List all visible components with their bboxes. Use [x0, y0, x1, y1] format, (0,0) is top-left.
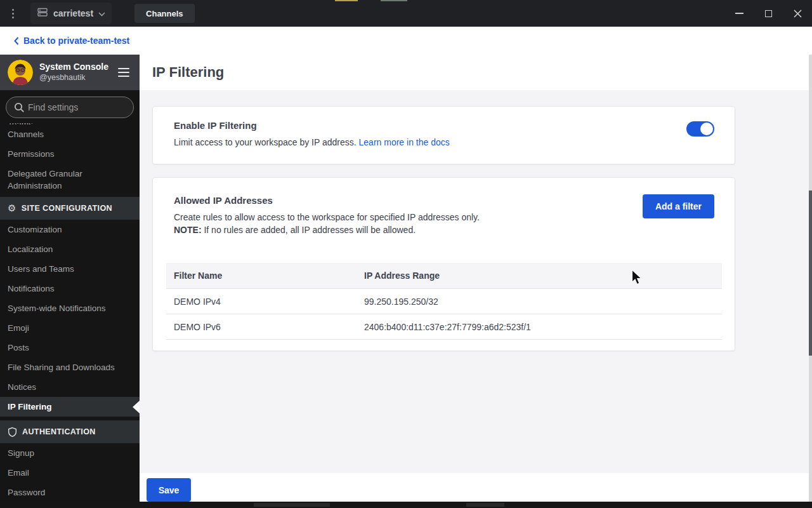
sidebar-item-localization[interactable]: Localization	[0, 239, 140, 259]
sidebar-item-customization[interactable]: Customization	[0, 220, 140, 239]
filters-table: Filter Name IP Address Range DEMO IPv4 9…	[166, 263, 722, 340]
close-button[interactable]	[783, 0, 812, 27]
filter-name-cell: DEMO IPv4	[166, 297, 364, 307]
sidebar-item-signup[interactable]: Signup	[0, 443, 140, 463]
system-console-sidebar: System Console @yesbhautik Teams Channel…	[0, 55, 140, 508]
active-item-arrow	[133, 401, 140, 413]
sidebar-item-system-wide-notifications[interactable]: System-wide Notifications	[0, 298, 140, 318]
avatar[interactable]	[8, 60, 33, 85]
shield-icon	[8, 427, 17, 438]
ip-range-cell: 2406:b400:d11:c37e:27f:7799:a6d2:523f/1	[364, 322, 722, 332]
allowed-card-title: Allowed IP Addresses	[174, 195, 627, 206]
sidebar-item-notices[interactable]: Notices	[0, 377, 140, 397]
save-footer: Save	[140, 473, 812, 502]
search-icon	[14, 102, 25, 116]
sidebar-item-channels[interactable]: Channels	[0, 124, 140, 144]
enable-card-text: Enable IP Filtering Limit access to your…	[174, 120, 450, 164]
table-bottom-border	[166, 339, 722, 340]
sidebar-item-delegated-granular-administration[interactable]: Delegated Granular Administration	[0, 164, 140, 196]
chevron-left-icon	[14, 37, 19, 45]
window-controls	[724, 0, 812, 27]
ip-range-cell: 99.250.195.250/32	[364, 297, 722, 307]
tab-channels[interactable]: Channels	[134, 4, 195, 23]
enable-ip-filtering-card: Enable IP Filtering Limit access to your…	[152, 106, 735, 164]
sidebar-item-password[interactable]: Password	[0, 483, 140, 502]
gear-icon: ⚙	[8, 203, 16, 214]
note-label: NOTE:	[174, 225, 202, 235]
sidebar-item-ip-filtering[interactable]: IP Filtering	[0, 397, 140, 417]
console-username: @yesbhautik	[39, 73, 108, 83]
hamburger-menu-icon[interactable]	[115, 65, 132, 80]
sidebar-item-emoji[interactable]: Emoji	[0, 318, 140, 338]
tab-label: Channels	[146, 9, 183, 18]
sidebar-section-site-configuration: ⚙ SITE CONFIGURATION	[0, 197, 140, 220]
enable-card-title: Enable IP Filtering	[174, 120, 450, 131]
search-input[interactable]	[28, 102, 123, 112]
col-header-ip-range: IP Address Range	[364, 271, 722, 281]
console-title: System Console	[39, 62, 108, 73]
back-link[interactable]: Back to private-team-test	[14, 36, 129, 46]
team-name: carrietest	[53, 8, 93, 18]
desktop-sliver	[381, 0, 407, 1]
app-window: carrietest Channels Back to private-team…	[0, 0, 812, 508]
back-link-label: Back to private-team-test	[23, 36, 129, 46]
minimize-icon	[735, 13, 743, 14]
add-filter-button[interactable]: Add a filter	[643, 194, 714, 218]
table-row[interactable]: DEMO IPv6 2406:b400:d11:c37e:27f:7799:a6…	[166, 314, 722, 339]
section-label: SITE CONFIGURATION	[22, 204, 112, 213]
sidebar-section-authentication: AUTHENTICATION	[0, 420, 140, 443]
sidebar-header: System Console @yesbhautik	[0, 55, 140, 90]
sidebar-item-notifications[interactable]: Notifications	[0, 279, 140, 298]
kebab-menu-icon[interactable]	[0, 9, 25, 18]
maximize-icon	[765, 10, 772, 17]
minimize-button[interactable]	[724, 0, 754, 27]
allowed-card-note: NOTE: If no rules are added, all IP addr…	[174, 224, 627, 236]
sidebar-identity: System Console @yesbhautik	[39, 62, 108, 83]
sidebar-item-users-and-teams[interactable]: Users and Teams	[0, 259, 140, 279]
close-icon	[794, 10, 802, 18]
desktop-sliver	[335, 0, 358, 1]
docs-link[interactable]: Learn more in the docs	[359, 137, 450, 147]
sidebar-nav: Teams Channels Permissions Delegated Gra…	[0, 116, 140, 502]
page-title: IP Filtering	[152, 64, 224, 81]
back-bar: Back to private-team-test	[0, 27, 812, 55]
table-row[interactable]: DEMO IPv4 99.250.195.250/32	[166, 288, 722, 314]
taskbar-sliver	[0, 502, 812, 508]
chevron-down-icon	[98, 8, 105, 19]
section-label: AUTHENTICATION	[22, 427, 96, 436]
sidebar-item-posts[interactable]: Posts	[0, 338, 140, 358]
allowed-ip-addresses-card: Allowed IP Addresses Create rules to all…	[152, 177, 735, 351]
sidebar-search[interactable]	[6, 97, 134, 118]
table-header-row: Filter Name IP Address Range	[166, 263, 722, 288]
server-icon	[37, 6, 48, 20]
save-button[interactable]: Save	[147, 478, 191, 502]
scrollbar-thumb[interactable]	[809, 190, 812, 356]
sidebar-item-email[interactable]: Email	[0, 463, 140, 483]
maximize-button[interactable]	[754, 0, 783, 27]
toggle-knob	[700, 123, 713, 135]
page-header: IP Filtering	[140, 55, 812, 90]
server-switcher[interactable]: carrietest	[30, 3, 112, 24]
allowed-card-description: Create rules to allow access to the work…	[174, 211, 627, 224]
ip-filtering-toggle[interactable]	[686, 121, 714, 137]
filter-name-cell: DEMO IPv6	[166, 322, 364, 332]
titlebar: carrietest Channels	[0, 0, 812, 27]
main-content: IP Filtering Enable IP Filtering Limit a…	[140, 55, 812, 508]
sidebar-item-permissions[interactable]: Permissions	[0, 144, 140, 164]
col-header-filter-name: Filter Name	[166, 271, 364, 281]
note-text: If no rules are added, all IP addresses …	[202, 225, 416, 235]
enable-card-description: Limit access to your workspace by IP add…	[174, 136, 450, 149]
active-item-label: IP Filtering	[8, 402, 52, 411]
sidebar-search-wrap	[0, 90, 140, 123]
enable-card-desc-text: Limit access to your workspace by IP add…	[174, 137, 359, 147]
sidebar-item-file-sharing-and-downloads[interactable]: File Sharing and Downloads	[0, 358, 140, 377]
